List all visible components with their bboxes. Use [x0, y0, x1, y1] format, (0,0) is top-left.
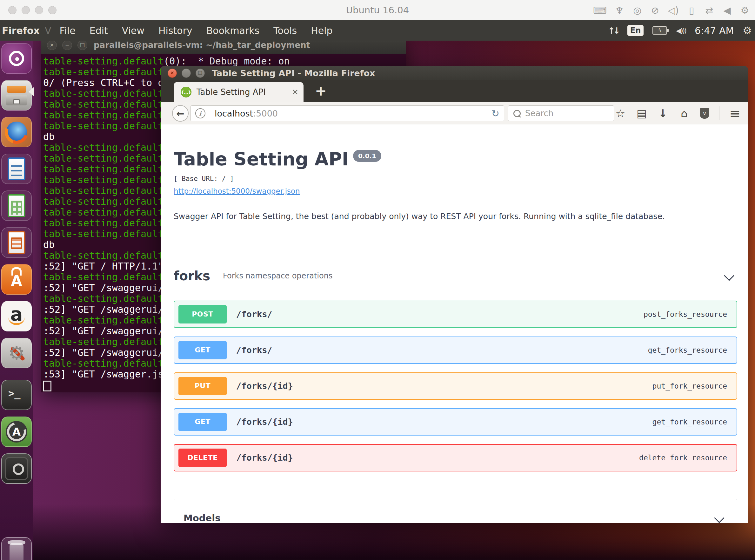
volume-icon[interactable]: ◁): [668, 5, 679, 16]
swagger-json-link[interactable]: http://localhost:5000/swagger.json: [174, 187, 300, 195]
back-icon[interactable]: ◀: [722, 5, 732, 16]
libreoffice-writer[interactable]: [1, 154, 32, 184]
files[interactable]: [1, 80, 32, 111]
cd-icon[interactable]: ◎: [632, 5, 642, 16]
unity-launcher: A a ⚙ >_ A: [0, 41, 33, 560]
api-title: Table Setting API: [174, 149, 349, 169]
method-badge: GET: [178, 413, 227, 431]
libreoffice-impress[interactable]: [1, 227, 32, 258]
menu-item[interactable]: Help: [311, 25, 333, 36]
endpoint-path: /forks/{id}: [236, 453, 293, 462]
endpoint-path: /forks/{id}: [236, 417, 293, 427]
battery-bolt-icon: ϟ: [658, 27, 662, 34]
system-settings[interactable]: ⚙: [1, 338, 32, 368]
minimize-button[interactable]: ─: [62, 40, 72, 50]
maximize-button[interactable]: ❐: [78, 40, 87, 50]
endpoint-path: /forks/{id}: [236, 381, 293, 391]
section-name: forks: [174, 268, 210, 283]
maximize-button[interactable]: ❐: [196, 68, 205, 78]
tab-table-setting-api[interactable]: {…} Table Setting API ✕: [174, 82, 303, 102]
session-gear-icon[interactable]: ⚙: [742, 24, 752, 37]
dash-home[interactable]: [1, 43, 32, 74]
method-badge: PUT: [178, 377, 227, 395]
reading-list-icon[interactable]: ▤: [636, 107, 648, 120]
backups[interactable]: [1, 453, 32, 484]
operation-id: put_fork_resource: [653, 382, 727, 390]
network-indicator-icon[interactable]: ↑↓: [608, 26, 618, 36]
amazon[interactable]: a: [1, 301, 32, 332]
focused-app-arrow-icon: [28, 87, 34, 97]
endpoint-row[interactable]: GET /forks/ get_forks_resource: [174, 337, 737, 364]
swagger-favicon-icon: {…}: [181, 87, 192, 98]
host-menu-bar: Ubuntu 16.04 ⌨♆◎⊘◁)▯⇄◀⚙: [0, 0, 755, 21]
new-tab-button[interactable]: +: [315, 82, 327, 99]
endpoint-row[interactable]: POST /forks/ post_forks_resource: [174, 301, 737, 328]
keyboard-layout-indicator[interactable]: En: [628, 25, 643, 36]
app-menu-title[interactable]: Firefox: [2, 25, 40, 36]
settings-gear-icon[interactable]: ⚙: [740, 5, 750, 16]
firefox-titlebar[interactable]: ✕ ─ ❐ Table Setting API - Mozilla Firefo…: [161, 66, 748, 80]
url-divider: [210, 108, 210, 118]
terminal-cursor: [43, 381, 52, 392]
software-updater[interactable]: A: [1, 417, 32, 447]
api-version-badge: 0.0.1: [353, 150, 381, 162]
operation-id: get_forks_resource: [648, 346, 727, 354]
endpoint-row[interactable]: DELETE /forks/{id} delete_fork_resource: [174, 444, 737, 472]
libreoffice-calc[interactable]: [1, 191, 32, 221]
downloads-icon[interactable]: ↓: [657, 107, 669, 120]
method-badge: POST: [178, 305, 227, 323]
tab-title: Table Setting API: [197, 87, 266, 97]
screen: Ubuntu 16.04 ⌨♆◎⊘◁)▯⇄◀⚙ Firefox V FileEd…: [0, 0, 755, 560]
section-description: Forks namespace operations: [223, 272, 333, 280]
shared-folder-icon[interactable]: ⇄: [704, 5, 714, 16]
usb-icon[interactable]: ♆: [614, 5, 624, 16]
chevron-down-icon[interactable]: [724, 271, 734, 281]
operation-id: get_fork_resource: [653, 418, 727, 426]
chevron-down-icon[interactable]: [714, 513, 724, 523]
app-menus: FileEditViewHistoryBookmarksToolsHelp: [59, 25, 333, 36]
forks-section-header[interactable]: forks Forks namespace operations: [174, 268, 737, 296]
home-icon[interactable]: ⌂: [678, 107, 690, 120]
clock[interactable]: 6:47 AM: [695, 25, 734, 36]
back-button[interactable]: ←: [172, 105, 188, 122]
keyboard-icon[interactable]: ⌨: [593, 5, 607, 16]
reload-divider: [486, 108, 486, 118]
status-indicators: ↑↓ En ϟ ◀))) 6:47 AM ⚙: [608, 20, 752, 41]
reload-icon[interactable]: ↻: [492, 108, 499, 119]
tab-close-icon[interactable]: ✕: [292, 87, 298, 97]
volume-icon[interactable]: ◀))): [676, 27, 686, 35]
menu-item[interactable]: Tools: [273, 25, 297, 36]
app-menu-ghost: V: [45, 25, 52, 36]
battery-icon[interactable]: ϟ: [653, 26, 667, 35]
close-button[interactable]: ✕: [47, 40, 57, 50]
site-info-icon[interactable]: i: [195, 108, 205, 118]
menu-item[interactable]: History: [158, 25, 193, 36]
navigation-toolbar: ← i localhost:5000 ↻ Search ☆ ▤ ↓ ⌂ ∨ ≡: [161, 102, 748, 125]
minimize-button[interactable]: ─: [182, 68, 191, 78]
firefox[interactable]: [1, 117, 32, 147]
menu-item[interactable]: File: [59, 25, 75, 36]
menu-item[interactable]: Edit: [90, 25, 108, 36]
endpoint-path: /forks/: [236, 309, 273, 319]
global-menu-bar: Firefox V FileEditViewHistoryBookmarksTo…: [0, 20, 755, 41]
search-icon: [513, 110, 521, 117]
menu-item[interactable]: View: [122, 25, 144, 36]
trash[interactable]: [1, 537, 32, 560]
url-bar[interactable]: i localhost:5000 ↻: [191, 105, 504, 121]
endpoint-row[interactable]: GET /forks/{id} get_fork_resource: [174, 408, 737, 436]
search-input[interactable]: Search: [508, 105, 614, 121]
network-disabled-icon[interactable]: ⊘: [650, 5, 660, 16]
endpoint-list: POST /forks/ post_forks_resource GET /fo…: [174, 301, 737, 472]
terminal-app[interactable]: >_: [1, 380, 32, 410]
close-button[interactable]: ✕: [167, 68, 177, 78]
pocket-icon[interactable]: ∨: [700, 108, 709, 119]
url-text[interactable]: localhost:5000: [215, 108, 278, 118]
display-icon[interactable]: ▯: [687, 5, 697, 16]
bookmark-star-icon[interactable]: ☆: [615, 107, 626, 120]
models-section-header[interactable]: Models: [174, 499, 737, 523]
endpoint-row[interactable]: PUT /forks/{id} put_fork_resource: [174, 373, 737, 400]
hamburger-menu-icon[interactable]: ≡: [729, 106, 740, 121]
endpoint-path: /forks/: [236, 345, 273, 355]
software-center[interactable]: A: [1, 264, 32, 295]
menu-item[interactable]: Bookmarks: [206, 25, 260, 36]
